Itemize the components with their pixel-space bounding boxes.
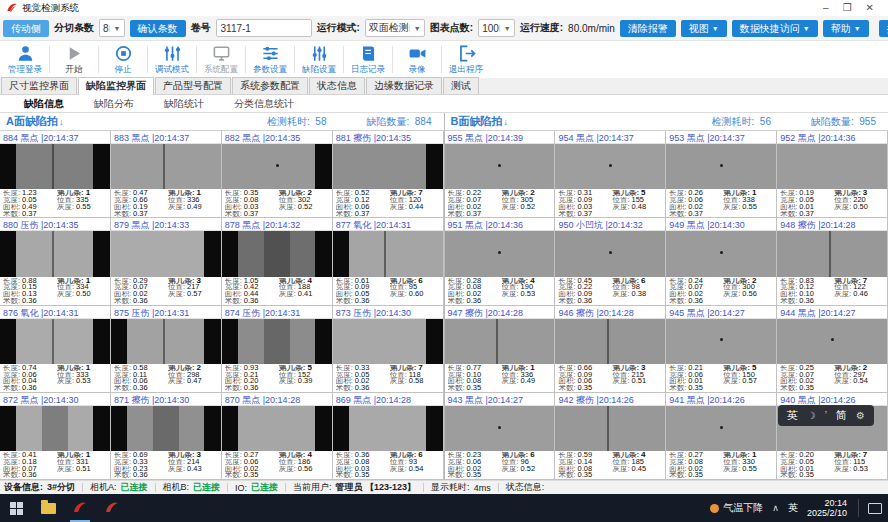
tray-expand-icon[interactable]: ∧ xyxy=(772,503,779,513)
defect-cell[interactable]: 877 氧化 |20:14:31长度:0.61宽度:0.09面积:0.05米数:… xyxy=(333,218,444,305)
view-menu-button[interactable]: 视图▼ xyxy=(681,20,727,37)
defect-cell[interactable]: 880 压伤 |20:14:35长度:0.88宽度:0.15面积:0.13米数:… xyxy=(0,218,111,305)
main-tab-0[interactable]: 尺寸监控界面 xyxy=(1,77,77,94)
sub-tab-0[interactable]: 缺陷信息 xyxy=(10,95,78,113)
defect-thumbnail xyxy=(666,144,776,189)
defect-thumbnail xyxy=(445,406,555,451)
weather-icon xyxy=(710,504,719,513)
defect-thumbnail xyxy=(222,406,332,451)
inspection-app2-task-button[interactable] xyxy=(96,494,128,522)
defect-cell[interactable]: 883 黑点 |20:14:37长度:0.47宽度:0.66面积:0.19米数:… xyxy=(111,131,222,218)
sort-arrow-icon[interactable]: ↓ xyxy=(503,117,508,127)
sub-tab-3[interactable]: 分类信息统计 xyxy=(220,95,308,113)
roll-no-input[interactable] xyxy=(216,19,312,37)
defect-cell[interactable]: 879 黑点 |20:14:33长度:0.29宽度:0.07面积:0.02米数:… xyxy=(111,218,222,305)
punctuation-icon[interactable]: ’ xyxy=(825,405,827,426)
iconbar-button-stop[interactable]: 停止 xyxy=(100,41,146,78)
sort-arrow-icon[interactable]: ↓ xyxy=(59,117,64,127)
defect-cell[interactable]: 947 擦伤 |20:14:28长度:0.77宽度:0.10面积:0.08米数:… xyxy=(445,306,556,393)
defect-cell[interactable]: 955 黑点 |20:14:39长度:0.22宽度:0.07面积:0.02米数:… xyxy=(445,131,556,218)
statusbar: 设备信息: 3#分切 相机A: 已连接 相机B: 已连接 IO: 已连接 当前用… xyxy=(0,480,888,494)
defect-cell[interactable]: 875 压伤 |20:14:31长度:0.58宽度:0.11面积:0.06米数:… xyxy=(111,306,222,393)
defect-cell[interactable]: 950 小凹坑 |20:14:32长度:0.45宽度:0.22面积:0.09米数… xyxy=(555,218,666,305)
defect-cell[interactable]: 946 擦伤 |20:14:28长度:0.66宽度:0.09面积:0.06米数:… xyxy=(555,306,666,393)
defect-cell[interactable]: 871 擦伤 |20:14:30长度:0.69宽度:0.33面积:0.23米数:… xyxy=(111,393,222,480)
iconbar-button-camera[interactable]: 录像 xyxy=(394,41,440,78)
main-tab-3[interactable]: 系统参数配置 xyxy=(232,77,308,94)
confirm-count-button[interactable]: 确认条数 xyxy=(130,20,186,37)
defect-thumbnail xyxy=(777,231,887,276)
main-tab-2[interactable]: 产品型号配置 xyxy=(155,77,231,94)
defect-cell[interactable]: 869 黑点 |20:14:28长度:0.36宽度:0.08面积:0.03米数:… xyxy=(333,393,444,480)
defect-cell[interactable]: 954 黑点 |20:14:37长度:0.31宽度:0.09面积:0.03米数:… xyxy=(555,131,666,218)
iconbar-button-monitor[interactable]: 系统配置 xyxy=(198,41,244,78)
iconbar-button-play[interactable]: 开始 xyxy=(51,41,97,78)
defect-cell[interactable]: 943 黑点 |20:14:27长度:0.23宽度:0.06面积:0.02米数:… xyxy=(445,393,556,480)
defect-thumbnail xyxy=(555,406,665,451)
iconbar-button-exit[interactable]: 退出程序 xyxy=(443,41,489,78)
maximize-button[interactable]: ❐ xyxy=(843,1,852,15)
ime-simplified-toggle[interactable]: 简 xyxy=(836,405,847,426)
defect-cell[interactable]: 878 黑点 |20:14:32长度:1.05宽度:0.42面积:0.44米数:… xyxy=(222,218,333,305)
defect-thumbnail xyxy=(333,231,443,276)
taskbar-clock[interactable]: 20:142025/2/10 xyxy=(807,498,847,518)
clear-alarm-button[interactable]: 清除报警 xyxy=(620,20,676,37)
sub-tab-1[interactable]: 缺陷分布 xyxy=(80,95,148,113)
defect-thumbnail xyxy=(666,319,776,364)
defect-cell-info: 长度:1.23宽度:0.05面积:0.49米数:0.37第几条:1位置:335灰… xyxy=(0,189,110,217)
iconbar-button-debug[interactable]: 调试模式 xyxy=(149,41,195,78)
weather-widget[interactable]: 气温下降 xyxy=(710,501,763,515)
defect-cell[interactable]: 952 黑点 |20:14:36长度:0.19宽度:0.05面积:0.01米数:… xyxy=(777,131,888,218)
slit-count-select[interactable]: 8▼ xyxy=(99,19,125,37)
file-explorer-button[interactable] xyxy=(32,494,64,522)
main-tab-5[interactable]: 边缘数据记录 xyxy=(366,77,442,94)
defect-cell[interactable]: 874 压伤 |20:14:31长度:0.93宽度:0.21面积:0.20米数:… xyxy=(222,306,333,393)
folder-icon xyxy=(41,503,56,514)
close-button[interactable]: ✕ xyxy=(866,1,874,15)
defect-cell[interactable]: 948 擦伤 |20:14:28长度:0.83宽度:0.12面积:0.10米数:… xyxy=(777,218,888,305)
inspection-app-task-button[interactable] xyxy=(64,494,96,522)
chevron-down-icon: ▼ xyxy=(409,25,421,32)
defect-cell[interactable]: 944 黑点 |20:14:27长度:0.25宽度:0.07面积:0.02米数:… xyxy=(777,306,888,393)
defect-mark xyxy=(498,426,501,429)
camera-b-status: 已连接 xyxy=(193,481,220,494)
start-button[interactable] xyxy=(0,494,32,522)
defect-cell[interactable]: 953 黑点 |20:14:37长度:0.26宽度:0.06面积:0.02米数:… xyxy=(666,131,777,218)
main-tab-6[interactable]: 测试 xyxy=(443,77,479,94)
input-language-indicator[interactable]: 英 xyxy=(788,501,798,515)
action-center-icon[interactable] xyxy=(868,503,882,514)
defect-cell[interactable]: 872 黑点 |20:14:30长度:0.41宽度:0.18面积:0.07米数:… xyxy=(0,393,111,480)
main-tab-4[interactable]: 状态信息 xyxy=(309,77,365,94)
defect-cell[interactable]: 941 黑点 |20:14:26长度:0.27宽度:0.08面积:0.02米数:… xyxy=(666,393,777,480)
gear-icon[interactable]: ⚙ xyxy=(856,405,865,426)
chart-points-select[interactable]: 100▼ xyxy=(478,19,515,37)
operate-side-button[interactable]: 操作侧 xyxy=(879,20,888,37)
defect-cell[interactable]: 873 压伤 |20:14:30长度:0.33宽度:0.05面积:0.02米数:… xyxy=(333,306,444,393)
minimize-button[interactable]: – xyxy=(823,1,829,15)
iconbar-button-vsliders[interactable]: 缺陷设置 xyxy=(296,41,342,78)
data-quick-access-button[interactable]: 数据快捷访问▼ xyxy=(732,20,818,37)
defect-cell[interactable]: 942 擦伤 |20:14:26长度:0.59宽度:0.14面积:0.08米数:… xyxy=(555,393,666,480)
sub-tab-2[interactable]: 缺陷统计 xyxy=(150,95,218,113)
run-mode-select[interactable]: 双面检测▼ xyxy=(365,19,425,37)
iconbar-button-log[interactable]: 日志记录 xyxy=(345,41,391,78)
defect-cell[interactable]: 945 黑点 |20:14:27长度:0.21宽度:0.06面积:0.01米数:… xyxy=(666,306,777,393)
iconbar-label: 管理登录 xyxy=(8,64,42,76)
iconbar-button-hsliders[interactable]: 参数设置 xyxy=(247,41,293,78)
drive-side-button[interactable]: 传动侧 xyxy=(3,20,49,37)
main-tab-1[interactable]: 缺陷监控界面 xyxy=(78,77,154,95)
ime-lang-toggle[interactable]: 英 xyxy=(787,405,798,426)
defect-cell[interactable]: 884 黑点 |20:14:37长度:1.23宽度:0.05面积:0.49米数:… xyxy=(0,131,111,218)
help-menu-button[interactable]: 帮助▼ xyxy=(823,20,869,37)
defect-cell[interactable]: 949 黑点 |20:14:30长度:0.24宽度:0.07面积:0.02米数:… xyxy=(666,218,777,305)
iconbar-label: 系统配置 xyxy=(204,64,238,76)
iconbar-label: 退出程序 xyxy=(449,64,483,76)
defect-cell[interactable]: 881 擦伤 |20:14:35长度:0.52宽度:0.12面积:0.06米数:… xyxy=(333,131,444,218)
defect-cell[interactable]: 882 黑点 |20:14:35长度:0.35宽度:0.08面积:0.03米数:… xyxy=(222,131,333,218)
current-user-label: 当前用户: xyxy=(293,481,332,494)
defect-cell[interactable]: 870 黑点 |20:14:28长度:0.27宽度:0.06面积:0.02米数:… xyxy=(222,393,333,480)
moon-icon[interactable]: ☽ xyxy=(807,405,816,426)
defect-cell[interactable]: 951 黑点 |20:14:36长度:0.28宽度:0.08面积:0.02米数:… xyxy=(445,218,556,305)
defect-cell[interactable]: 876 氧化 |20:14:31长度:0.74宽度:0.06面积:0.04米数:… xyxy=(0,306,111,393)
iconbar-button-user[interactable]: 管理登录 xyxy=(2,41,48,78)
